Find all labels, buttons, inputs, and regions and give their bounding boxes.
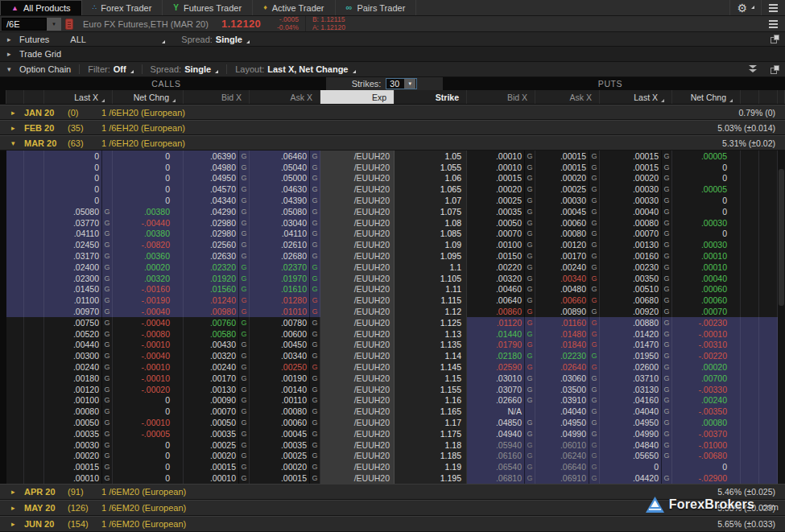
put-bid-cell[interactable]: .04850G (467, 417, 535, 428)
call-ask-cell[interactable]: .02610G (250, 239, 320, 250)
put-netchng-cell[interactable]: .00080 (672, 417, 741, 428)
tab-active-trader[interactable]: ♦ Active Trader (253, 0, 335, 15)
call-netchng-cell[interactable]: -.00010 (113, 417, 184, 428)
put-netchng-cell[interactable]: 0 (672, 195, 741, 206)
call-ask-cell[interactable]: .02370G (250, 262, 320, 273)
put-last-cell[interactable]: .02600G (600, 361, 672, 373)
put-netchng-cell[interactable]: -.00680 (672, 451, 741, 462)
call-last-cell[interactable]: .00015G (44, 461, 113, 472)
put-bid-cell[interactable]: N/A (467, 406, 535, 417)
put-bid-cell[interactable]: .00070G (467, 229, 535, 240)
call-netchng-cell[interactable]: -.00040 (113, 317, 184, 328)
put-last-cell[interactable]: .01470G (600, 340, 672, 351)
put-ask-cell[interactable]: .00045G (535, 206, 600, 217)
put-bid-cell[interactable]: .02590G (467, 361, 535, 373)
put-last-cell[interactable]: .04840G (600, 439, 672, 451)
call-ask-cell[interactable]: .00340G (250, 350, 320, 361)
call-bid-cell[interactable]: .00015G (184, 461, 250, 472)
put-bid-cell[interactable]: .00010G (467, 151, 535, 162)
put-bid-cell[interactable]: .00010G (467, 162, 535, 173)
put-netchng-cell[interactable]: .00700 (672, 373, 741, 384)
put-ask-cell[interactable]: .00030G (535, 195, 600, 206)
detach-window-icon[interactable] (771, 65, 779, 74)
put-ask-cell[interactable]: .04040G (535, 406, 600, 417)
put-last-cell[interactable]: .00040G (600, 206, 672, 217)
window-menu-button[interactable] (761, 0, 785, 15)
call-netchng-cell[interactable]: -.00160 (113, 284, 184, 295)
call-bid-cell[interactable]: .04570G (184, 184, 250, 195)
call-netchng-cell[interactable]: 0 (113, 395, 184, 406)
put-bid-cell[interactable]: .00150G (467, 250, 535, 262)
call-netchng-cell[interactable]: -.00040 (113, 306, 184, 317)
put-netchng-cell[interactable]: .00030 (672, 217, 741, 229)
put-bid-cell[interactable]: .02660G (467, 395, 535, 406)
put-ask-cell[interactable]: .00080G (535, 229, 600, 240)
expand-arrow-icon[interactable]: ▸ (7, 50, 14, 58)
call-bid-cell[interactable]: .00020G (184, 451, 250, 462)
put-netchng-cell[interactable]: -.02900 (672, 472, 741, 484)
call-ask-cell[interactable]: .00140G (250, 384, 320, 395)
call-last-cell[interactable]: .05080G (44, 206, 113, 217)
put-netchng-cell[interactable]: -.00310 (672, 340, 741, 351)
put-last-cell[interactable]: .04950G (600, 417, 672, 428)
put-bid-cell[interactable]: .05940G (467, 439, 535, 451)
symbol-link-lock-icon[interactable] (65, 19, 73, 30)
call-last-cell[interactable]: 0 (44, 195, 113, 206)
put-ask-cell[interactable]: .03500G (535, 384, 600, 395)
call-netchng-cell[interactable]: -.00005 (113, 428, 184, 439)
put-bid-cell[interactable]: .01790G (467, 340, 535, 351)
call-last-cell[interactable]: 0 (44, 151, 113, 162)
put-bid-cell[interactable]: .01440G (467, 328, 535, 340)
call-ask-cell[interactable]: .00025G (250, 451, 320, 462)
call-last-cell[interactable]: .02450G (44, 239, 113, 250)
expiration-group-jun20[interactable]: ▸ JUN 20 (154) 1 /6EM20 (European) 5.65%… (0, 516, 785, 532)
call-netchng-cell[interactable]: -.00440 (113, 217, 184, 229)
put-last-cell[interactable]: .05650G (600, 451, 672, 462)
put-ask-cell[interactable]: .06240G (535, 451, 600, 462)
call-bid-cell[interactable]: .00430G (184, 340, 250, 351)
put-last-cell[interactable]: .00920G (600, 306, 672, 317)
call-last-cell[interactable]: .00030G (44, 439, 113, 451)
settings-button[interactable]: ⚙ (729, 0, 761, 15)
symbol-dropdown-button[interactable]: ▾ (47, 18, 61, 31)
call-netchng-cell[interactable]: .00380 (113, 229, 184, 240)
call-bid-cell[interactable]: .00035G (184, 428, 250, 439)
put-last-cell[interactable]: .03710G (600, 373, 672, 384)
put-bid-cell[interactable]: .06810G (467, 472, 535, 484)
put-netchng-cell[interactable]: .00005 (672, 151, 741, 162)
put-last-cell[interactable]: .00130G (600, 239, 672, 250)
call-netchng-cell[interactable]: -.00010 (113, 340, 184, 351)
call-bid-cell[interactable]: .00980G (184, 306, 250, 317)
expand-arrow-icon[interactable]: ▸ (7, 35, 14, 43)
call-ask-cell[interactable]: .00780G (250, 317, 320, 328)
call-ask-cell[interactable]: .00035G (250, 439, 320, 451)
call-ask-cell[interactable]: .05000G (250, 173, 320, 184)
vertical-scrollbar-thumb[interactable] (779, 169, 784, 306)
put-netchng-cell[interactable]: -.00370 (672, 428, 741, 439)
put-bid-cell[interactable]: .04940G (467, 428, 535, 439)
put-ask-cell[interactable]: .00340G (535, 273, 600, 284)
put-netchng-cell[interactable]: -.00350 (672, 406, 741, 417)
call-ask-cell[interactable]: .02680G (250, 250, 320, 262)
call-ask-cell[interactable]: .05040G (250, 162, 320, 173)
call-last-cell[interactable]: .00080G (44, 406, 113, 417)
collapse-arrow-icon[interactable]: ▾ (7, 65, 14, 73)
call-last-cell[interactable]: .00970G (44, 306, 113, 317)
puts-netchng-header[interactable]: Net Chng (672, 90, 741, 104)
put-ask-cell[interactable]: .03060G (535, 373, 600, 384)
call-bid-cell[interactable]: .00580G (184, 328, 250, 340)
put-last-cell[interactable]: .00350G (600, 273, 672, 284)
option-chain-label[interactable]: Option Chain (19, 64, 71, 74)
put-ask-cell[interactable]: .00025G (535, 184, 600, 195)
quote-menu-button[interactable] (762, 17, 785, 31)
put-bid-cell[interactable]: .03010G (467, 373, 535, 384)
put-ask-cell[interactable]: .00170G (535, 250, 600, 262)
tab-all-products[interactable]: ▲ All Products (0, 0, 82, 15)
call-ask-cell[interactable]: .00020G (250, 461, 320, 472)
call-bid-cell[interactable]: .00320G (184, 350, 250, 361)
put-ask-cell[interactable]: .04950G (535, 417, 600, 428)
futures-filter-dropdown[interactable]: ALL (70, 35, 165, 44)
put-netchng-cell[interactable]: -.00330 (672, 384, 741, 395)
call-bid-cell[interactable]: .02630G (184, 250, 250, 262)
put-ask-cell[interactable]: .06640G (535, 461, 600, 472)
